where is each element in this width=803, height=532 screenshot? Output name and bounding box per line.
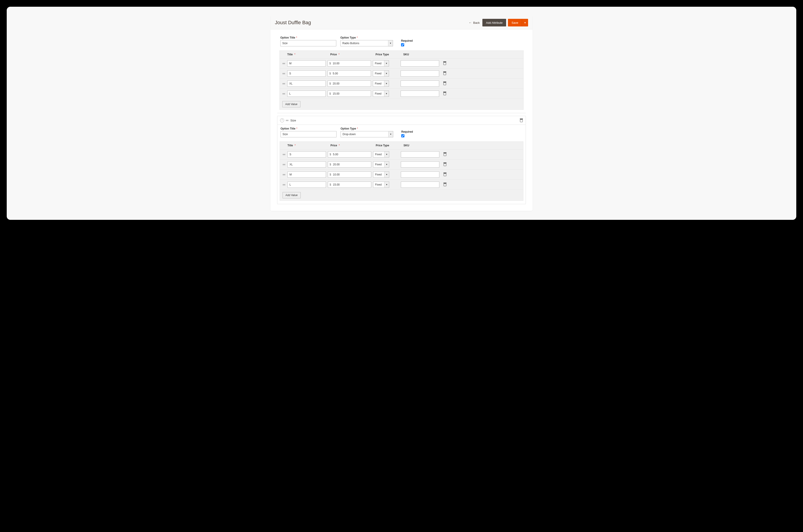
value-title-input[interactable] (287, 70, 326, 77)
col-title-header: Title * (287, 144, 327, 147)
value-sku-input[interactable] (401, 151, 439, 157)
delete-value-icon[interactable] (443, 173, 446, 176)
value-pricetype-select[interactable]: Fixed (373, 70, 389, 77)
option-required-field: Required (401, 39, 413, 46)
value-pricetype-select[interactable]: Fixed (373, 171, 389, 178)
value-price-input[interactable] (328, 151, 371, 157)
option-section: ⌃SizeOption Title*Option Type*Drop-down▼… (277, 116, 526, 204)
drag-handle-icon[interactable] (283, 62, 285, 65)
option-section: Option Title*Option Type*Radio Buttons▼R… (277, 34, 526, 113)
back-button[interactable]: ← Back (469, 21, 480, 24)
option-title-input[interactable] (280, 40, 336, 46)
option-type-select[interactable]: Drop-down (341, 131, 393, 137)
value-title-input[interactable] (287, 171, 326, 178)
delete-value-icon[interactable] (443, 163, 446, 166)
arrow-left-icon: ← (469, 21, 472, 24)
value-row: $Fixed▼ (280, 159, 523, 169)
value-row: $Fixed▼ (280, 179, 523, 190)
option-required-checkbox[interactable] (401, 134, 404, 137)
values-table: Title *Price *Price TypeSKU$Fixed▼$Fixed… (280, 141, 523, 201)
value-row: $Fixed▼ (280, 169, 523, 179)
delete-value-icon[interactable] (443, 152, 446, 156)
value-row: $Fixed▼ (280, 89, 523, 99)
option-type-label: Option Type* (340, 36, 393, 39)
option-type-field: Option Type*Radio Buttons▼ (340, 36, 393, 46)
value-sku-input[interactable] (401, 80, 439, 87)
save-button[interactable]: Save (508, 19, 522, 26)
drag-handle-icon[interactable] (283, 153, 285, 156)
option-type-label: Option Type* (341, 127, 393, 130)
drag-handle-icon[interactable] (286, 118, 289, 122)
value-row: $Fixed▼ (280, 149, 523, 159)
value-title-input[interactable] (287, 182, 326, 188)
drag-handle-icon[interactable] (283, 163, 285, 166)
values-header: Title *Price *Price TypeSKU (280, 51, 523, 58)
value-pricetype-select[interactable]: Fixed (373, 151, 389, 157)
value-price-input[interactable] (328, 162, 371, 168)
option-required-field: Required (401, 130, 413, 137)
value-price-input[interactable] (328, 182, 371, 188)
value-pricetype-select[interactable]: Fixed (373, 80, 389, 87)
col-sku-header: SKU (403, 53, 442, 56)
value-sku-input[interactable] (401, 182, 439, 188)
save-dropdown-toggle[interactable]: ▼ (522, 19, 528, 26)
value-title-input[interactable] (287, 80, 326, 87)
option-required-checkbox[interactable] (401, 43, 404, 46)
value-row: $Fixed▼ (280, 58, 523, 68)
delete-value-icon[interactable] (443, 92, 446, 95)
value-row: $Fixed▼ (280, 78, 523, 89)
drag-handle-icon[interactable] (283, 82, 285, 86)
page-header: Joust Duffle Bag ← Back Add Attribute Sa… (270, 16, 533, 30)
option-title-label: Option Title* (280, 36, 336, 39)
caret-down-icon: ▼ (524, 21, 526, 24)
value-sku-input[interactable] (401, 171, 439, 178)
option-title-field: Option Title* (281, 127, 337, 137)
value-pricetype-select[interactable]: Fixed (373, 91, 389, 97)
add-attribute-button[interactable]: Add Attribute (482, 19, 506, 26)
add-value-button[interactable]: Add Value (282, 101, 301, 107)
value-sku-input[interactable] (401, 70, 439, 77)
value-title-input[interactable] (287, 60, 326, 66)
col-sku-header: SKU (403, 144, 443, 147)
value-pricetype-select[interactable]: Fixed (373, 60, 389, 66)
option-required-label: Required (401, 39, 413, 42)
option-header: ⌃Size (278, 116, 525, 125)
drag-handle-icon[interactable] (283, 183, 285, 187)
delete-value-icon[interactable] (443, 183, 446, 186)
value-sku-input[interactable] (401, 91, 439, 97)
value-price-input[interactable] (328, 70, 371, 77)
value-pricetype-select[interactable]: Fixed (373, 162, 389, 168)
value-price-input[interactable] (328, 91, 371, 97)
add-value-button[interactable]: Add Value (283, 192, 301, 198)
option-title-label: Option Title* (281, 127, 337, 130)
value-title-input[interactable] (287, 91, 326, 97)
value-price-input[interactable] (328, 80, 371, 87)
delete-option-icon[interactable] (520, 118, 523, 122)
drag-handle-icon[interactable] (283, 92, 285, 95)
option-title-field: Option Title* (280, 36, 336, 46)
value-pricetype-select[interactable]: Fixed (373, 182, 389, 188)
value-title-input[interactable] (287, 151, 326, 157)
page-title: Joust Duffle Bag (275, 20, 311, 25)
values-table: Title *Price *Price TypeSKU$Fixed▼$Fixed… (280, 51, 523, 110)
col-price-header: Price * (330, 144, 372, 147)
value-price-input[interactable] (328, 171, 371, 178)
value-row: $Fixed▼ (280, 68, 523, 78)
delete-value-icon[interactable] (443, 72, 446, 75)
value-sku-input[interactable] (401, 162, 439, 168)
value-price-input[interactable] (328, 60, 371, 66)
value-title-input[interactable] (287, 162, 326, 168)
option-title-input[interactable] (281, 131, 337, 137)
col-price-header: Price * (330, 53, 372, 56)
value-sku-input[interactable] (401, 60, 439, 66)
option-required-label: Required (401, 130, 413, 133)
values-header: Title *Price *Price TypeSKU (280, 141, 523, 149)
drag-handle-icon[interactable] (283, 173, 285, 176)
back-label: Back (473, 21, 480, 24)
delete-value-icon[interactable] (443, 61, 446, 65)
option-header-title: Size (290, 119, 296, 122)
option-type-select[interactable]: Radio Buttons (340, 40, 393, 46)
drag-handle-icon[interactable] (283, 72, 285, 75)
delete-value-icon[interactable] (443, 81, 446, 85)
collapse-toggle-icon[interactable]: ⌃ (280, 118, 284, 122)
